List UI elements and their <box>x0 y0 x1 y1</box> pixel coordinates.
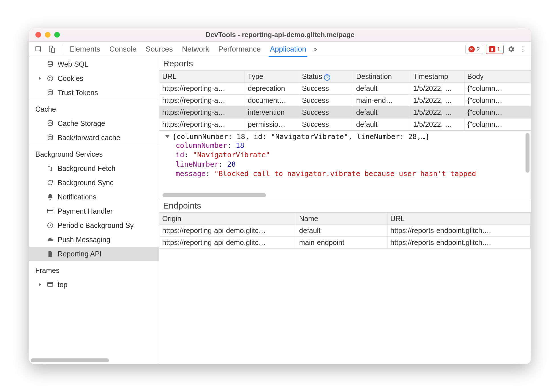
cell-type: intervention <box>245 107 299 119</box>
table-row[interactable]: https://reporting-a…deprecationSuccessde… <box>159 83 531 95</box>
sidebar-item-cache-storage[interactable]: Cache Storage <box>29 116 159 130</box>
tab-label: Elements <box>69 45 100 54</box>
svg-point-5 <box>49 77 50 78</box>
sidebar-item-periodic-sync[interactable]: Periodic Background Sy <box>29 218 159 232</box>
content-area: Reports URL Type Status? Destination Tim… <box>159 57 531 364</box>
expand-icon[interactable] <box>39 283 41 286</box>
error-icon: ✕ <box>468 46 475 52</box>
devtools-toolbar: Elements Console Sources Network Perform… <box>29 42 531 57</box>
cell-type: deprecation <box>245 83 299 95</box>
cell-status: Success <box>299 107 353 119</box>
cell-ts: 1/5/2022, … <box>410 83 464 95</box>
sidebar-item-notifications[interactable]: Notifications <box>29 190 159 204</box>
svg-point-3 <box>48 61 52 63</box>
frame-icon <box>47 281 54 288</box>
table-row[interactable]: https://reporting-api-demo.glitc…main-en… <box>159 237 531 249</box>
sidebar-item-cookies[interactable]: Cookies <box>29 71 159 85</box>
detail-v-scrollbar[interactable] <box>525 133 529 191</box>
prop-value: 28 <box>227 160 236 168</box>
cell-status: Success <box>299 83 353 95</box>
tab-label: Application <box>270 45 306 54</box>
cell-ts: 1/5/2022, … <box>410 119 464 130</box>
sidebar-item-label: Background Fetch <box>58 164 115 173</box>
errors-badge[interactable]: ✕ 2 <box>465 45 483 54</box>
sidebar-item-web-sql[interactable]: Web SQL <box>29 57 159 71</box>
sidebar-item-label: Background Sync <box>58 179 113 187</box>
endpoints-heading: Endpoints <box>159 199 531 213</box>
table-row[interactable]: https://reporting-a…permissio…Successdef… <box>159 119 531 130</box>
col-timestamp[interactable]: Timestamp <box>410 71 464 83</box>
sidebar-scrollbar[interactable] <box>31 358 151 362</box>
tab-console[interactable]: Console <box>109 42 136 57</box>
svg-point-11 <box>48 135 52 136</box>
svg-point-9 <box>48 90 52 91</box>
tab-performance[interactable]: Performance <box>218 42 261 57</box>
sidebar-item-label: Reporting API <box>58 250 102 258</box>
expand-icon[interactable] <box>39 77 41 80</box>
table-row[interactable]: https://reporting-a…document…Successmain… <box>159 95 531 107</box>
tab-label: Performance <box>218 45 261 54</box>
col-type[interactable]: Type <box>245 71 299 83</box>
svg-rect-2 <box>52 48 55 52</box>
more-tabs-icon[interactable]: » <box>314 46 317 53</box>
tab-elements[interactable]: Elements <box>69 42 100 57</box>
sidebar-item-payment-handler[interactable]: Payment Handler <box>29 204 159 218</box>
col-status[interactable]: Status? <box>299 71 353 83</box>
sidebar-item-top-frame[interactable]: top <box>29 277 159 292</box>
errors-count: 2 <box>476 46 480 53</box>
cell-status: Success <box>299 95 353 107</box>
sidebar-item-push[interactable]: Push Messaging <box>29 232 159 247</box>
sidebar-item-label: Trust Tokens <box>58 89 98 97</box>
prop-value: "NavigatorVibrate" <box>193 151 270 159</box>
cell-origin: https://reporting-api-demo.glitc… <box>159 225 296 237</box>
cell-dest: default <box>353 119 410 130</box>
sidebar-section-bg-services: Background Services <box>29 145 159 161</box>
sidebar-item-bg-sync[interactable]: Background Sync <box>29 175 159 190</box>
tab-network[interactable]: Network <box>182 42 209 57</box>
detail-h-scrollbar[interactable] <box>163 193 508 197</box>
cell-body: {"column… <box>464 83 531 95</box>
inspect-icon[interactable] <box>34 45 43 54</box>
device-toggle-icon[interactable] <box>47 45 56 54</box>
collapse-icon[interactable] <box>165 135 169 138</box>
svg-point-6 <box>50 77 51 78</box>
sidebar-item-trust-tokens[interactable]: Trust Tokens <box>29 85 159 100</box>
detail-summary-row[interactable]: {columnNumber: 18, id: "NavigatorVibrate… <box>162 132 528 141</box>
sidebar-item-bf-cache[interactable]: Back/forward cache <box>29 130 159 145</box>
svg-rect-14 <box>48 282 53 286</box>
cell-body: {"column… <box>464 95 531 107</box>
prop-key: columnNumber <box>176 141 227 150</box>
svg-point-10 <box>48 121 52 122</box>
table-row[interactable]: https://reporting-api-demo.glitc…default… <box>159 225 531 237</box>
tab-application[interactable]: Application <box>270 42 306 57</box>
sidebar-item-label: Cookies <box>58 74 83 83</box>
issues-badge[interactable]: ▮ 1 <box>486 45 504 54</box>
settings-icon[interactable] <box>506 45 516 54</box>
col-destination[interactable]: Destination <box>353 71 410 83</box>
kebab-menu-icon[interactable]: ⋮ <box>518 45 527 54</box>
col-ep-url[interactable]: URL <box>387 213 531 225</box>
cell-dest: default <box>353 83 410 95</box>
svg-point-4 <box>48 76 53 81</box>
cell-url: https://reporting-a… <box>159 119 245 130</box>
col-name[interactable]: Name <box>296 213 387 225</box>
col-body[interactable]: Body <box>464 71 531 83</box>
prop-key: id <box>176 151 184 159</box>
sidebar-item-bg-fetch[interactable]: Background Fetch <box>29 161 159 175</box>
help-icon[interactable]: ? <box>324 74 330 81</box>
tab-label: Console <box>109 45 136 54</box>
sidebar-item-reporting-api[interactable]: Reporting API <box>29 247 159 261</box>
col-origin[interactable]: Origin <box>159 213 296 225</box>
cell-url: https://reporting-a… <box>159 95 245 107</box>
clock-icon <box>47 222 54 229</box>
endpoints-table: Origin Name URL https://reporting-api-de… <box>159 213 531 249</box>
tab-sources[interactable]: Sources <box>146 42 173 57</box>
endpoints-section: Endpoints Origin Name URL https://report… <box>159 199 531 364</box>
prop-key: lineNumber <box>176 160 219 168</box>
table-row[interactable]: https://reporting-a…interventionSuccessd… <box>159 107 531 119</box>
col-url[interactable]: URL <box>159 71 245 83</box>
devtools-window: DevTools - reporting-api-demo.glitch.me/… <box>29 28 531 364</box>
cell-dest: main-end… <box>353 95 410 107</box>
cell-name: default <box>296 225 387 237</box>
svg-rect-12 <box>47 209 53 213</box>
